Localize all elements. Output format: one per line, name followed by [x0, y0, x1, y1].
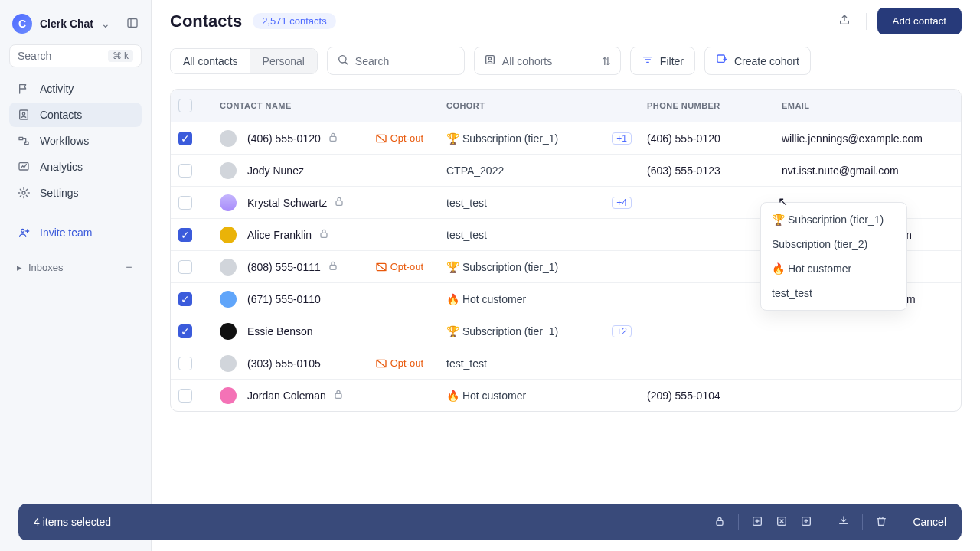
row-checkbox[interactable]: [178, 196, 192, 210]
email-value: nvt.isst.nute@gmail.com: [774, 155, 961, 186]
avatar: [220, 291, 237, 308]
selection-bar: 4 items selected Cancel: [18, 504, 962, 540]
popover-item[interactable]: test_test: [761, 281, 906, 305]
topbar: Contacts 2,571 contacts Add contact: [152, 0, 980, 42]
panel-icon[interactable]: [126, 17, 139, 31]
cohort-more-badge[interactable]: +2: [612, 325, 632, 337]
contact-tabs: All contacts Personal: [170, 48, 318, 74]
avatar: [220, 130, 237, 147]
row-checkbox[interactable]: ✓: [178, 132, 192, 145]
nav: Activity Contacts Workflows Analytics Se…: [9, 77, 142, 245]
col-cohort[interactable]: COHORT: [439, 99, 639, 112]
row-checkbox[interactable]: [178, 357, 192, 370]
sidebar-search[interactable]: Search ⌘ k: [9, 44, 142, 67]
cohort-more-badge[interactable]: +4: [612, 197, 632, 209]
caret-right-icon: ▸: [17, 262, 22, 273]
sort-icon: ⇅: [602, 55, 611, 67]
email-value: willie.jennings@example.com: [774, 122, 961, 154]
cancel-button[interactable]: Cancel: [913, 516, 946, 528]
row-checkbox[interactable]: ✓: [178, 324, 192, 338]
table-row[interactable]: (303) 555-0105Opt-outtest_test: [171, 347, 961, 379]
row-checkbox[interactable]: [178, 389, 192, 403]
svg-point-8: [21, 229, 24, 232]
nav-invite-team[interactable]: Invite team: [9, 220, 142, 245]
table-row[interactable]: ✓(406) 555-0120Opt-out🏆 Subscription (ti…: [171, 122, 961, 154]
cohort-select[interactable]: All cohorts ⇅: [474, 47, 621, 75]
create-cohort-button[interactable]: Create cohort: [704, 47, 811, 75]
nav-contacts[interactable]: Contacts: [9, 103, 142, 127]
tab-all-contacts[interactable]: All contacts: [171, 49, 250, 73]
download-icon[interactable]: [838, 515, 850, 530]
phone-value: [639, 283, 774, 315]
table-row[interactable]: Jordan Coleman🔥 Hot customer(209) 555-01…: [171, 379, 961, 411]
select-all-checkbox[interactable]: [178, 99, 192, 112]
tab-personal[interactable]: Personal: [250, 49, 317, 73]
add-contact-button[interactable]: Add contact: [877, 8, 962, 34]
export-icon[interactable]: [834, 9, 855, 33]
brand-name: Clerk Chat: [40, 18, 93, 30]
phone-value: [639, 315, 774, 347]
remove-from-icon[interactable]: [776, 515, 788, 530]
optout-badge: Opt-out: [375, 357, 423, 370]
col-name[interactable]: CONTACT NAME: [212, 99, 439, 112]
row-checkbox[interactable]: [178, 260, 192, 274]
contact-name: Essie Benson: [247, 325, 313, 337]
popover-item[interactable]: Subscription (tier_2): [761, 232, 906, 256]
col-phone[interactable]: PHONE NUMBER: [639, 99, 774, 112]
row-checkbox[interactable]: [178, 164, 192, 178]
lock-icon: [333, 195, 345, 210]
cohort-more-badge[interactable]: +1: [612, 132, 632, 145]
nav-analytics[interactable]: Analytics: [9, 155, 142, 179]
delete-icon[interactable]: [875, 515, 887, 530]
nav-workflows[interactable]: Workflows: [9, 129, 142, 153]
phone-value: (603) 555-0123: [639, 155, 774, 186]
move-to-icon[interactable]: [800, 515, 812, 530]
svg-line-28: [377, 263, 386, 270]
svg-rect-25: [321, 233, 327, 237]
cohort-value: 🏆 Subscription (tier_1): [446, 132, 558, 145]
flag-icon: [17, 83, 31, 95]
contact-name: Krystal Schwartz: [247, 197, 327, 209]
lock-icon[interactable]: [714, 515, 726, 530]
avatar: [220, 259, 237, 276]
contact-name: Alice Franklin: [247, 229, 312, 241]
cohort-label: All cohorts: [502, 55, 552, 67]
contact-name: (406) 555-0120: [247, 132, 321, 145]
svg-line-23: [377, 135, 386, 142]
nav-activity[interactable]: Activity: [9, 77, 142, 101]
nav-settings[interactable]: Settings: [9, 181, 142, 205]
popover-item[interactable]: 🏆 Subscription (tier_1): [761, 207, 906, 232]
svg-rect-32: [717, 520, 723, 525]
add-to-icon[interactable]: [751, 515, 763, 530]
selection-count: 4 items selected: [34, 516, 111, 528]
svg-line-30: [377, 360, 386, 367]
gear-icon: [17, 187, 31, 199]
phone-value: [639, 219, 774, 250]
row-checkbox[interactable]: ✓: [178, 228, 192, 242]
nav-label: Invite team: [40, 227, 92, 239]
toolbar: All contacts Personal Search All cohorts…: [152, 42, 980, 89]
create-cohort-label: Create cohort: [734, 55, 799, 67]
table-row[interactable]: ✓Essie Benson🏆 Subscription (tier_1)+2: [171, 315, 961, 347]
col-email[interactable]: EMAIL: [774, 99, 961, 112]
filter-button[interactable]: Filter: [630, 47, 695, 75]
contacts-count: 2,571 contacts: [253, 13, 336, 29]
workspace-switcher[interactable]: C Clerk Chat ⌄: [9, 9, 142, 44]
brand-logo: C: [12, 14, 32, 34]
table-row[interactable]: Jody NunezCTPA_2022(603) 555-0123nvt.iss…: [171, 154, 961, 186]
svg-rect-0: [128, 18, 137, 27]
inboxes-label: Inboxes: [28, 262, 64, 273]
nav-label: Analytics: [40, 161, 83, 173]
avatar: [220, 162, 237, 179]
add-inbox-icon[interactable]: ＋: [124, 260, 134, 274]
contact-name: (808) 555-0111: [247, 261, 321, 273]
popover-item[interactable]: 🔥 Hot customer: [761, 256, 906, 281]
inboxes-header[interactable]: ▸Inboxes ＋: [9, 256, 142, 279]
invite-icon: [17, 227, 31, 239]
cohort-icon: [484, 54, 496, 68]
contact-name: (303) 555-0105: [247, 357, 321, 370]
cohort-value: test_test: [446, 229, 487, 241]
contacts-search[interactable]: Search: [327, 47, 465, 75]
row-checkbox[interactable]: ✓: [178, 292, 192, 306]
svg-rect-4: [19, 137, 23, 139]
